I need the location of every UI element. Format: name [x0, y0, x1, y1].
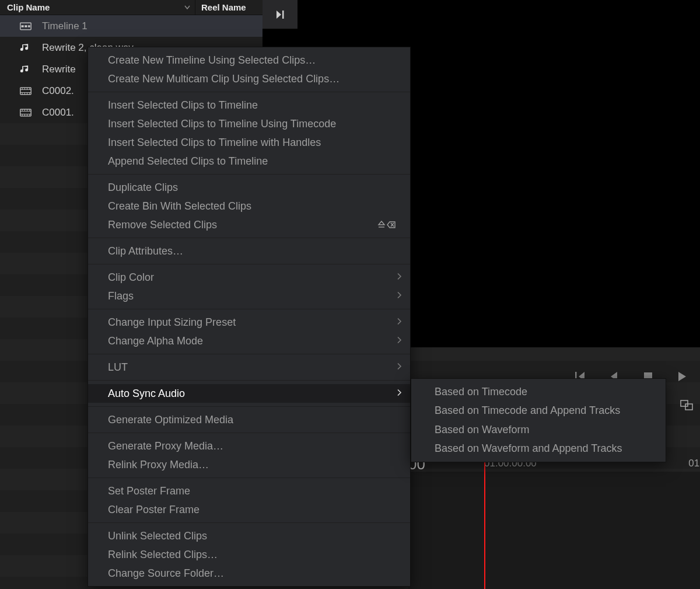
context-menu-item-label: LUT [108, 361, 128, 374]
svg-rect-29 [681, 400, 688, 406]
media-pool-row[interactable]: Timeline 1 [0, 15, 262, 37]
context-menu-item[interactable]: Relink Selected Clips… [88, 545, 410, 564]
context-menu-item-label: Clip Attributes… [108, 245, 183, 257]
timeline-body[interactable] [408, 472, 700, 589]
play-button[interactable] [676, 370, 688, 383]
context-menu-item-label: Unlink Selected Clips [108, 530, 207, 542]
chevron-right-icon [396, 316, 402, 329]
context-menu-item[interactable]: Remove Selected Clips [88, 215, 410, 234]
context-menu-item-label: Create New Multicam Clip Using Selected … [108, 73, 340, 85]
context-menu-item[interactable]: Insert Selected Clips to Timeline Using … [88, 114, 410, 133]
context-menu-item[interactable]: Change Alpha Mode [88, 332, 410, 350]
shortcut-label [377, 221, 396, 229]
context-menu-item[interactable]: Create New Multicam Clip Using Selected … [88, 69, 410, 88]
context-menu-item-label: Insert Selected Clips to Timeline with H… [108, 137, 321, 149]
context-menu-item-label: Change Input Sizing Preset [108, 316, 236, 329]
context-menu-item-label: Clip Color [108, 271, 154, 284]
media-pool-header: Clip Name Reel Name [0, 0, 262, 15]
video-clip-icon [18, 85, 34, 97]
header-col-clip-name[interactable]: Clip Name [0, 0, 195, 15]
context-menu-item[interactable]: Generate Proxy Media… [88, 437, 410, 455]
chevron-right-icon [396, 388, 402, 400]
context-menu-item-label: Create New Timeline Using Selected Clips… [108, 54, 316, 67]
chevron-right-icon [396, 290, 402, 302]
context-menu-item[interactable]: Create Bin With Selected Clips [88, 197, 410, 215]
context-menu-item-label: Flags [108, 290, 134, 302]
context-menu-item-label: Insert Selected Clips to Timeline [108, 99, 258, 111]
context-menu-item[interactable]: Unlink Selected Clips [88, 527, 410, 545]
context-menu-item[interactable]: Clip Attributes… [88, 242, 410, 260]
chevron-down-icon [184, 4, 190, 12]
context-menu-item[interactable]: Auto Sync Audio [88, 384, 410, 403]
header-reel-name-label: Reel Name [201, 2, 246, 12]
chevron-right-icon [396, 335, 402, 347]
context-menu-item-label: Change Source Folder… [108, 567, 224, 580]
context-menu-item[interactable]: LUT [88, 358, 410, 377]
chevron-right-icon [396, 271, 402, 284]
chevron-right-icon [396, 361, 402, 374]
svg-rect-30 [685, 404, 692, 410]
context-menu-item[interactable]: Insert Selected Clips to Timeline [88, 96, 410, 114]
context-menu: Create New Timeline Using Selected Clips… [88, 47, 411, 587]
timeline-icon [18, 20, 34, 32]
submenu-item[interactable]: Based on Waveform and Append Tracks [411, 440, 666, 459]
context-menu-item-label: Create Bin With Selected Clips [108, 200, 251, 212]
header-col-reel-name[interactable]: Reel Name [195, 0, 262, 15]
context-menu-item-label: Relink Proxy Media… [108, 459, 209, 471]
svg-rect-2 [24, 25, 27, 27]
submenu-item[interactable]: Based on Waveform [411, 420, 666, 440]
context-menu-item-label: Duplicate Clips [108, 182, 178, 194]
context-menu-item[interactable]: Create New Timeline Using Selected Clips… [88, 51, 410, 69]
clip-name: C0001. [42, 107, 74, 119]
svg-rect-3 [28, 25, 30, 27]
submenu-item-label: Based on Waveform and Append Tracks [435, 442, 622, 455]
context-menu-item-label: Remove Selected Clips [108, 219, 217, 231]
viewer-header-next-button[interactable] [262, 0, 298, 29]
context-menu-item-label: Clear Poster Frame [108, 504, 200, 516]
context-menu-item[interactable]: Relink Proxy Media… [88, 455, 410, 474]
svg-rect-26 [282, 11, 284, 19]
context-menu-item[interactable]: Change Source Folder… [88, 564, 410, 583]
svg-rect-1 [22, 25, 24, 27]
audio-icon [18, 64, 34, 75]
clip-name: Timeline 1 [42, 20, 88, 32]
context-menu-item-label: Generate Optimized Media [108, 414, 233, 426]
playhead[interactable] [484, 449, 485, 589]
context-menu-item-label: Set Poster Frame [108, 485, 190, 497]
context-menu-item[interactable]: Insert Selected Clips to Timeline with H… [88, 133, 410, 152]
submenu-item-label: Based on Waveform [435, 424, 529, 436]
context-menu-item[interactable]: Change Input Sizing Preset [88, 313, 410, 332]
context-menu-item[interactable]: Clear Poster Frame [88, 500, 410, 519]
match-frame-icon[interactable] [680, 400, 694, 414]
next-icon [274, 9, 286, 20]
header-clip-name-label: Clip Name [7, 2, 50, 12]
context-menu-item-label: Auto Sync Audio [108, 388, 185, 400]
context-menu-item[interactable]: Append Selected Clips to Timeline [88, 152, 410, 170]
submenu-item[interactable]: Based on Timecode and Append Tracks [411, 402, 666, 421]
context-menu-item[interactable]: Set Poster Frame [88, 482, 410, 500]
context-menu-item-label: Change Alpha Mode [108, 335, 203, 347]
audio-icon [18, 42, 34, 54]
submenu-item-label: Based on Timecode [435, 386, 527, 398]
viewer-side-icons [674, 400, 700, 447]
context-submenu: Based on TimecodeBased on Timecode and A… [411, 378, 666, 462]
clip-name: C0002. [42, 85, 74, 97]
context-menu-item[interactable]: Duplicate Clips [88, 178, 410, 197]
submenu-item[interactable]: Based on Timecode [411, 382, 666, 402]
context-menu-item[interactable]: Generate Optimized Media [88, 410, 410, 429]
video-clip-icon [18, 107, 34, 119]
context-menu-item-label: Append Selected Clips to Timeline [108, 155, 268, 168]
timeline-tick-2: 01: [688, 458, 700, 469]
context-menu-item-label: Generate Proxy Media… [108, 440, 223, 452]
submenu-item-label: Based on Timecode and Append Tracks [435, 405, 620, 417]
context-menu-item-label: Insert Selected Clips to Timeline Using … [108, 118, 336, 130]
context-menu-item[interactable]: Flags [88, 287, 410, 305]
context-menu-item-label: Relink Selected Clips… [108, 549, 218, 561]
clip-name: Rewrite [42, 64, 76, 75]
context-menu-item[interactable]: Clip Color [88, 268, 410, 287]
